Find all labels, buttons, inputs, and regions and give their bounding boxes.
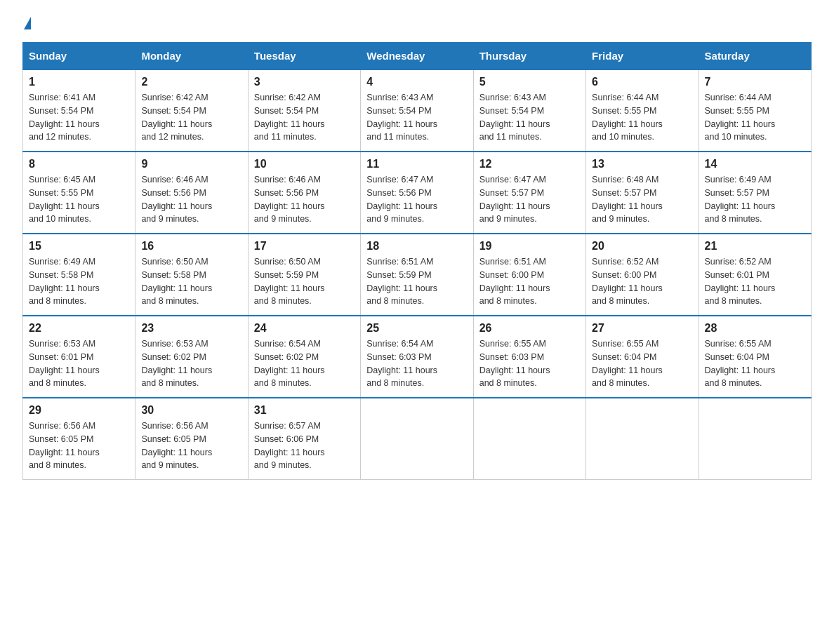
calendar-cell: 30Sunrise: 6:56 AMSunset: 6:05 PMDayligh… bbox=[135, 398, 248, 480]
day-number: 25 bbox=[366, 322, 467, 335]
calendar-cell: 7Sunrise: 6:44 AMSunset: 5:55 PMDaylight… bbox=[699, 69, 811, 152]
weekday-header-sunday: Sunday bbox=[23, 43, 135, 70]
calendar-cell: 28Sunrise: 6:55 AMSunset: 6:04 PMDayligh… bbox=[699, 316, 811, 398]
calendar-cell: 10Sunrise: 6:46 AMSunset: 5:56 PMDayligh… bbox=[248, 152, 360, 234]
calendar-cell: 3Sunrise: 6:42 AMSunset: 5:54 PMDaylight… bbox=[248, 69, 360, 152]
day-number: 29 bbox=[29, 404, 129, 417]
calendar-header-row: SundayMondayTuesdayWednesdayThursdayFrid… bbox=[23, 43, 812, 70]
day-number: 26 bbox=[479, 322, 580, 335]
day-info: Sunrise: 6:41 AMSunset: 5:54 PMDaylight:… bbox=[29, 91, 129, 144]
calendar-cell: 5Sunrise: 6:43 AMSunset: 5:54 PMDaylight… bbox=[473, 69, 585, 152]
day-info: Sunrise: 6:54 AMSunset: 6:03 PMDaylight:… bbox=[366, 337, 467, 390]
day-info: Sunrise: 6:44 AMSunset: 5:55 PMDaylight:… bbox=[705, 91, 805, 144]
day-number: 5 bbox=[479, 76, 580, 88]
calendar-cell: 29Sunrise: 6:56 AMSunset: 6:05 PMDayligh… bbox=[23, 398, 135, 480]
day-info: Sunrise: 6:46 AMSunset: 5:56 PMDaylight:… bbox=[254, 173, 355, 226]
calendar-cell: 11Sunrise: 6:47 AMSunset: 5:56 PMDayligh… bbox=[361, 152, 473, 234]
day-number: 24 bbox=[254, 322, 355, 335]
day-number: 13 bbox=[592, 158, 692, 170]
calendar-cell bbox=[473, 398, 585, 480]
day-info: Sunrise: 6:42 AMSunset: 5:54 PMDaylight:… bbox=[254, 91, 355, 144]
calendar-cell: 14Sunrise: 6:49 AMSunset: 5:57 PMDayligh… bbox=[699, 152, 811, 234]
calendar-cell: 25Sunrise: 6:54 AMSunset: 6:03 PMDayligh… bbox=[361, 316, 473, 398]
calendar-cell: 15Sunrise: 6:49 AMSunset: 5:58 PMDayligh… bbox=[23, 234, 135, 316]
page-header bbox=[22, 17, 812, 28]
week-row-4: 22Sunrise: 6:53 AMSunset: 6:01 PMDayligh… bbox=[23, 316, 812, 398]
weekday-header-saturday: Saturday bbox=[699, 43, 811, 70]
day-info: Sunrise: 6:55 AMSunset: 6:04 PMDaylight:… bbox=[705, 337, 805, 390]
calendar-cell: 18Sunrise: 6:51 AMSunset: 5:59 PMDayligh… bbox=[361, 234, 473, 316]
calendar-cell: 6Sunrise: 6:44 AMSunset: 5:55 PMDaylight… bbox=[586, 69, 699, 152]
calendar-cell: 21Sunrise: 6:52 AMSunset: 6:01 PMDayligh… bbox=[699, 234, 811, 316]
day-number: 28 bbox=[705, 322, 805, 335]
day-info: Sunrise: 6:54 AMSunset: 6:02 PMDaylight:… bbox=[254, 337, 355, 390]
day-number: 21 bbox=[705, 240, 805, 253]
calendar-cell bbox=[361, 398, 473, 480]
day-info: Sunrise: 6:49 AMSunset: 5:57 PMDaylight:… bbox=[705, 173, 805, 226]
calendar-cell: 4Sunrise: 6:43 AMSunset: 5:54 PMDaylight… bbox=[361, 69, 473, 152]
calendar-cell: 27Sunrise: 6:55 AMSunset: 6:04 PMDayligh… bbox=[586, 316, 699, 398]
day-info: Sunrise: 6:55 AMSunset: 6:03 PMDaylight:… bbox=[479, 337, 580, 390]
weekday-header-monday: Monday bbox=[135, 43, 248, 70]
calendar-cell: 24Sunrise: 6:54 AMSunset: 6:02 PMDayligh… bbox=[248, 316, 360, 398]
day-number: 22 bbox=[29, 322, 129, 335]
logo-triangle-icon bbox=[24, 17, 31, 29]
day-info: Sunrise: 6:46 AMSunset: 5:56 PMDaylight:… bbox=[141, 173, 241, 226]
weekday-header-tuesday: Tuesday bbox=[248, 43, 360, 70]
day-info: Sunrise: 6:51 AMSunset: 5:59 PMDaylight:… bbox=[366, 255, 467, 308]
calendar-cell: 19Sunrise: 6:51 AMSunset: 6:00 PMDayligh… bbox=[473, 234, 585, 316]
day-info: Sunrise: 6:42 AMSunset: 5:54 PMDaylight:… bbox=[141, 91, 241, 144]
logo-text bbox=[22, 17, 31, 29]
day-number: 7 bbox=[705, 76, 805, 88]
day-info: Sunrise: 6:52 AMSunset: 6:00 PMDaylight:… bbox=[592, 255, 692, 308]
day-number: 2 bbox=[141, 76, 241, 88]
week-row-2: 8Sunrise: 6:45 AMSunset: 5:55 PMDaylight… bbox=[23, 152, 812, 234]
week-row-3: 15Sunrise: 6:49 AMSunset: 5:58 PMDayligh… bbox=[23, 234, 812, 316]
day-number: 18 bbox=[366, 240, 467, 253]
calendar-cell: 23Sunrise: 6:53 AMSunset: 6:02 PMDayligh… bbox=[135, 316, 248, 398]
day-info: Sunrise: 6:43 AMSunset: 5:54 PMDaylight:… bbox=[366, 91, 467, 144]
calendar-cell: 31Sunrise: 6:57 AMSunset: 6:06 PMDayligh… bbox=[248, 398, 360, 480]
day-info: Sunrise: 6:53 AMSunset: 6:02 PMDaylight:… bbox=[141, 337, 241, 390]
day-info: Sunrise: 6:56 AMSunset: 6:05 PMDaylight:… bbox=[141, 420, 241, 472]
calendar-cell bbox=[586, 398, 699, 480]
day-number: 15 bbox=[29, 240, 129, 253]
day-info: Sunrise: 6:55 AMSunset: 6:04 PMDaylight:… bbox=[592, 337, 692, 390]
calendar-table: SundayMondayTuesdayWednesdayThursdayFrid… bbox=[22, 42, 812, 480]
calendar-cell: 9Sunrise: 6:46 AMSunset: 5:56 PMDaylight… bbox=[135, 152, 248, 234]
day-info: Sunrise: 6:49 AMSunset: 5:58 PMDaylight:… bbox=[29, 255, 129, 308]
day-number: 1 bbox=[29, 76, 129, 88]
day-info: Sunrise: 6:48 AMSunset: 5:57 PMDaylight:… bbox=[592, 173, 692, 226]
day-number: 31 bbox=[254, 404, 355, 417]
calendar-cell: 12Sunrise: 6:47 AMSunset: 5:57 PMDayligh… bbox=[473, 152, 585, 234]
weekday-header-wednesday: Wednesday bbox=[361, 43, 473, 70]
day-number: 30 bbox=[141, 404, 241, 417]
day-number: 9 bbox=[141, 158, 241, 170]
calendar-cell: 20Sunrise: 6:52 AMSunset: 6:00 PMDayligh… bbox=[586, 234, 699, 316]
weekday-header-friday: Friday bbox=[586, 43, 699, 70]
weekday-header-thursday: Thursday bbox=[473, 43, 585, 70]
day-number: 3 bbox=[254, 76, 355, 88]
calendar-cell bbox=[699, 398, 811, 480]
calendar-cell: 1Sunrise: 6:41 AMSunset: 5:54 PMDaylight… bbox=[23, 69, 135, 152]
day-number: 8 bbox=[29, 158, 129, 170]
day-info: Sunrise: 6:47 AMSunset: 5:56 PMDaylight:… bbox=[366, 173, 467, 226]
logo bbox=[22, 17, 31, 28]
day-info: Sunrise: 6:50 AMSunset: 5:58 PMDaylight:… bbox=[141, 255, 241, 308]
day-number: 20 bbox=[592, 240, 692, 253]
calendar-cell: 22Sunrise: 6:53 AMSunset: 6:01 PMDayligh… bbox=[23, 316, 135, 398]
week-row-5: 29Sunrise: 6:56 AMSunset: 6:05 PMDayligh… bbox=[23, 398, 812, 480]
day-info: Sunrise: 6:56 AMSunset: 6:05 PMDaylight:… bbox=[29, 420, 129, 472]
calendar-cell: 8Sunrise: 6:45 AMSunset: 5:55 PMDaylight… bbox=[23, 152, 135, 234]
day-number: 6 bbox=[592, 76, 692, 88]
week-row-1: 1Sunrise: 6:41 AMSunset: 5:54 PMDaylight… bbox=[23, 69, 812, 152]
day-number: 14 bbox=[705, 158, 805, 170]
day-number: 10 bbox=[254, 158, 355, 170]
day-info: Sunrise: 6:43 AMSunset: 5:54 PMDaylight:… bbox=[479, 91, 580, 144]
day-info: Sunrise: 6:52 AMSunset: 6:01 PMDaylight:… bbox=[705, 255, 805, 308]
day-number: 27 bbox=[592, 322, 692, 335]
day-info: Sunrise: 6:57 AMSunset: 6:06 PMDaylight:… bbox=[254, 420, 355, 472]
calendar-cell: 2Sunrise: 6:42 AMSunset: 5:54 PMDaylight… bbox=[135, 69, 248, 152]
day-number: 11 bbox=[366, 158, 467, 170]
day-number: 23 bbox=[141, 322, 241, 335]
